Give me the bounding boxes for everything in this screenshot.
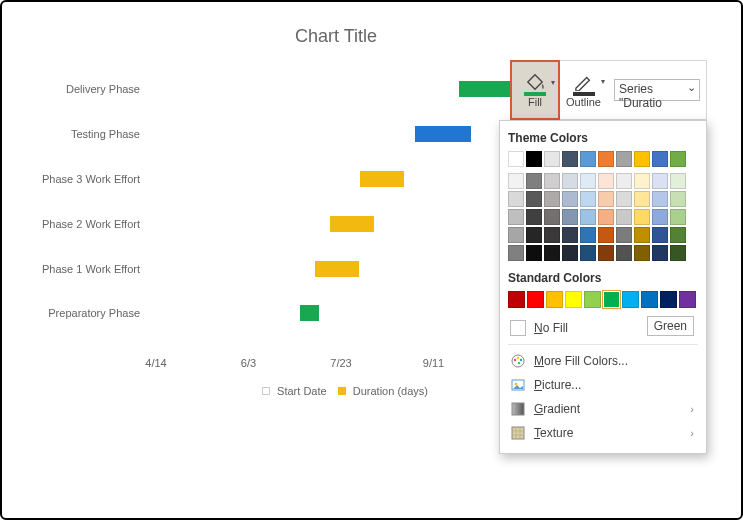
color-swatch[interactable] (562, 209, 578, 225)
color-swatch[interactable] (580, 151, 596, 167)
x-label: 6/3 (241, 357, 256, 369)
color-swatch[interactable] (598, 227, 614, 243)
color-swatch[interactable] (544, 245, 560, 261)
color-swatch[interactable] (508, 209, 524, 225)
color-swatch[interactable] (641, 291, 658, 308)
fill-button[interactable]: Fill ▾ (510, 60, 560, 120)
color-swatch[interactable] (670, 227, 686, 243)
color-swatch[interactable] (527, 291, 544, 308)
color-swatch[interactable] (634, 173, 650, 189)
color-swatch[interactable] (652, 209, 668, 225)
color-swatch[interactable] (526, 209, 542, 225)
color-swatch[interactable] (562, 227, 578, 243)
color-swatch[interactable] (580, 209, 596, 225)
color-swatch[interactable] (616, 227, 632, 243)
color-swatch[interactable] (616, 173, 632, 189)
gradient-item[interactable]: Gradient › (508, 397, 698, 421)
color-swatch[interactable] (622, 291, 639, 308)
color-swatch[interactable] (598, 245, 614, 261)
color-swatch[interactable] (508, 191, 524, 207)
gradient-icon (510, 401, 526, 417)
color-swatch[interactable] (652, 151, 668, 167)
color-swatch[interactable] (580, 227, 596, 243)
color-swatch[interactable] (634, 151, 650, 167)
color-swatch[interactable] (598, 209, 614, 225)
color-swatch[interactable] (508, 245, 524, 261)
color-swatch[interactable] (634, 227, 650, 243)
color-swatch[interactable] (580, 191, 596, 207)
color-swatch[interactable] (670, 209, 686, 225)
color-swatch[interactable] (562, 151, 578, 167)
color-swatch[interactable] (526, 151, 542, 167)
color-swatch[interactable] (598, 173, 614, 189)
y-label: Testing Phase (20, 128, 140, 140)
color-swatch[interactable] (634, 209, 650, 225)
bars-area (156, 67, 526, 347)
color-swatch[interactable] (679, 291, 696, 308)
color-swatch[interactable] (546, 291, 563, 308)
color-swatch[interactable] (652, 227, 668, 243)
color-swatch[interactable] (508, 173, 524, 189)
theme-shade-row (508, 245, 698, 261)
bar-phase2[interactable] (330, 216, 374, 232)
svg-rect-7 (512, 403, 524, 415)
color-swatch[interactable] (526, 173, 542, 189)
y-axis-labels: Delivery Phase Testing Phase Phase 3 Wor… (26, 67, 146, 347)
x-label: 7/23 (330, 357, 351, 369)
color-swatch[interactable] (670, 245, 686, 261)
color-swatch[interactable] (526, 245, 542, 261)
legend-swatch-start (262, 387, 270, 395)
color-swatch[interactable] (652, 173, 668, 189)
color-swatch[interactable] (544, 173, 560, 189)
color-swatch[interactable] (584, 291, 601, 308)
color-swatch[interactable] (562, 173, 578, 189)
bar-phase1[interactable] (315, 261, 359, 277)
bar-testing[interactable] (415, 126, 471, 142)
picture-item[interactable]: Picture... (508, 373, 698, 397)
color-swatch[interactable] (634, 245, 650, 261)
color-swatch[interactable] (616, 191, 632, 207)
pen-icon (573, 73, 595, 91)
color-swatch[interactable] (616, 151, 632, 167)
color-swatch[interactable] (526, 191, 542, 207)
color-swatch[interactable] (544, 227, 560, 243)
color-swatch[interactable] (660, 291, 677, 308)
color-swatch[interactable] (598, 191, 614, 207)
color-swatch[interactable] (544, 209, 560, 225)
color-swatch[interactable] (562, 191, 578, 207)
color-swatch[interactable] (508, 291, 525, 308)
texture-item[interactable]: Texture › (508, 421, 698, 445)
no-fill-item[interactable]: No Fill Green (508, 316, 698, 340)
chart-element-selector[interactable]: Series "Duratio (614, 79, 700, 101)
color-swatch[interactable] (670, 173, 686, 189)
color-swatch[interactable] (544, 151, 560, 167)
bar-preparatory[interactable] (300, 305, 319, 321)
theme-shade-row (508, 227, 698, 243)
color-swatch[interactable] (508, 151, 524, 167)
color-swatch[interactable] (603, 291, 620, 308)
color-swatch[interactable] (580, 245, 596, 261)
color-swatch[interactable] (580, 173, 596, 189)
color-swatch[interactable] (508, 227, 524, 243)
color-swatch[interactable] (652, 191, 668, 207)
theme-shade-row (508, 173, 698, 189)
chevron-right-icon: › (690, 427, 694, 439)
color-swatch[interactable] (670, 151, 686, 167)
color-swatch[interactable] (670, 191, 686, 207)
color-swatch[interactable] (526, 227, 542, 243)
bar-phase3[interactable] (360, 171, 404, 187)
color-swatch[interactable] (616, 209, 632, 225)
color-swatch[interactable] (544, 191, 560, 207)
y-label: Phase 1 Work Effort (20, 263, 140, 275)
outline-button[interactable]: Outline ▾ (559, 61, 608, 119)
chart-plot: Delivery Phase Testing Phase Phase 3 Wor… (156, 67, 526, 347)
color-swatch[interactable] (565, 291, 582, 308)
color-swatch[interactable] (562, 245, 578, 261)
theme-color-row (508, 151, 698, 167)
standard-colors-header: Standard Colors (508, 271, 698, 285)
color-swatch[interactable] (598, 151, 614, 167)
color-swatch[interactable] (616, 245, 632, 261)
color-swatch[interactable] (634, 191, 650, 207)
color-swatch[interactable] (652, 245, 668, 261)
more-fill-colors-item[interactable]: More Fill Colors... (508, 349, 698, 373)
